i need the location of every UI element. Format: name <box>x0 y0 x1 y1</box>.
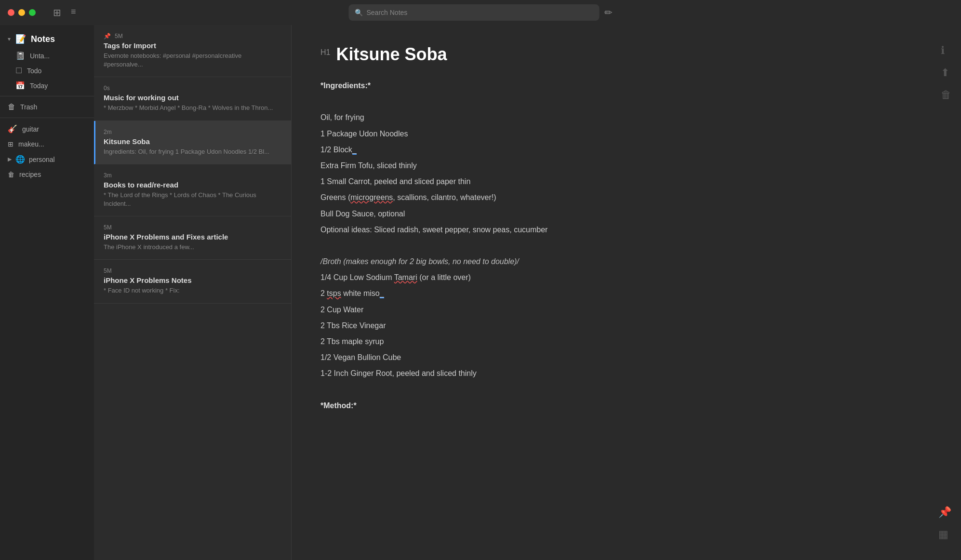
note-time: 5M <box>104 224 112 231</box>
sidebar-item-guitar-label: guitar <box>22 125 39 133</box>
note-title: iPhone X Problems and Fixes article <box>104 233 281 241</box>
personal-icon: 🌐 <box>15 155 25 164</box>
sidebar-item-today[interactable]: 📅 Today <box>0 78 94 93</box>
note-item-iphonex[interactable]: 5M iPhone X Problems and Fixes article T… <box>94 216 291 260</box>
sidebar-notes-title: Notes <box>31 34 55 44</box>
minimize-button[interactable] <box>18 9 25 16</box>
sidebar-item-guitar[interactable]: 🎸 guitar <box>0 121 94 137</box>
pin-icon: 📌 <box>104 33 111 40</box>
squiggly-tsps: tsps <box>327 289 341 297</box>
broth-5: 2 Tbs maple syrup <box>320 335 932 348</box>
broth-2: 2 tsps white miso_ <box>320 287 932 300</box>
grid-icon[interactable]: ⊞ <box>53 7 61 18</box>
makeup-icon: ⊞ <box>8 140 13 148</box>
ingredient-8: Optional ideas: Sliced radish, sweet pep… <box>320 223 932 236</box>
filter-icon[interactable]: ≡ <box>71 7 76 18</box>
sidebar-item-trash-label: Trash <box>20 103 37 111</box>
note-preview: Evernote notebooks: #personal #personalc… <box>104 52 281 69</box>
sidebar-item-recipes[interactable]: 🗑 recipes <box>0 167 94 182</box>
note-preview: * Merzbow * Morbid Angel * Bong-Ra * Wol… <box>104 104 281 112</box>
expand-arrow-icon: ▶ <box>8 156 12 162</box>
notebook-icon: 📓 <box>15 51 25 60</box>
search-icon: 🔍 <box>355 9 363 16</box>
note-item-iphonexnotes[interactable]: 5M iPhone X Problems Notes * Face ID not… <box>94 260 291 303</box>
right-toolbar-bottom: 📌 ▦ <box>938 506 951 541</box>
calendar-icon: 📅 <box>15 81 25 90</box>
broth-label: /Broth (makes enough for 2 big bowls, no… <box>320 255 932 268</box>
spacer3 <box>320 383 932 396</box>
note-time: 2m <box>104 129 112 135</box>
ingredient-7: Bull Dog Sauce, optional <box>320 207 932 220</box>
info-icon[interactable]: ℹ <box>941 44 951 57</box>
sidebar-item-trash[interactable]: 🗑 Trash <box>0 99 94 115</box>
ingredient-1: Oil, for frying <box>320 111 932 124</box>
broth-1: 1/4 Cup Low Sodium Tamari (or a little o… <box>320 271 932 284</box>
search-area: 🔍 Search Notes ✏ <box>349 4 613 21</box>
traffic-lights <box>8 9 36 16</box>
recipes-icon: 🗑 <box>8 171 14 178</box>
note-editor[interactable]: ℹ ⬆ 🗑 📌 ▦ H1 Kitsune Soba *Ingredients:*… <box>292 25 961 560</box>
toolbar-icons: ⊞ ≡ <box>53 7 76 18</box>
method-label: *Method:* <box>320 399 932 412</box>
compose-icon[interactable]: ✏ <box>604 7 613 18</box>
ingredient-3: 1/2 Block_ <box>320 143 932 156</box>
chevron-down-icon: ▾ <box>8 36 11 42</box>
note-preview: * Face ID not working * Fix: <box>104 286 281 295</box>
sidebar-item-today-label: Today <box>30 82 48 90</box>
title-bar: ⊞ ≡ 🔍 Search Notes ✏ <box>0 0 961 25</box>
note-title: Music for working out <box>104 93 281 102</box>
note-preview: The iPhone X introduced a few... <box>104 243 281 252</box>
sidebar-item-recipes-label: recipes <box>19 171 41 178</box>
sidebar-item-untitled-label: Unta... <box>30 52 50 60</box>
note-item-kitsune[interactable]: 2m Kitsune Soba Ingredients: Oil, for fr… <box>94 121 291 164</box>
sidebar-item-personal-label: personal <box>29 156 55 163</box>
sidebar-item-personal[interactable]: ▶ 🌐 personal <box>0 151 94 167</box>
note-time: 0s <box>104 85 110 92</box>
h1-indicator: H1 <box>320 48 330 57</box>
broth-7: 1-2 Inch Ginger Root, peeled and sliced … <box>320 367 932 380</box>
sidebar: ▾ 📝 Notes 📓 Unta... ☐ Todo 📅 Today 🗑 Tra… <box>0 25 94 560</box>
sidebar-item-makeup-label: makeu... <box>18 140 44 148</box>
note-meta: 📌 5M <box>104 33 281 40</box>
note-content[interactable]: *Ingredients:* Oil, for frying 1 Package… <box>320 79 932 412</box>
main-layout: ▾ 📝 Notes 📓 Unta... ☐ Todo 📅 Today 🗑 Tra… <box>0 25 961 560</box>
maximize-button[interactable] <box>29 9 36 16</box>
note-item-music[interactable]: 0s Music for working out * Merzbow * Mor… <box>94 77 291 120</box>
ingredient-2: 1 Package Udon Noodles <box>320 127 932 140</box>
ingredients-label: *Ingredients:* <box>320 79 932 92</box>
sidebar-item-untitled[interactable]: 📓 Unta... <box>0 48 94 63</box>
editor-header: H1 Kitsune Soba <box>320 44 932 65</box>
ingredient-6: Greens (microgreens, scallions, cilantro… <box>320 191 932 204</box>
delete-icon[interactable]: 🗑 <box>941 89 951 101</box>
note-item-books[interactable]: 3m Books to read/re-read * The Lord of t… <box>94 164 291 216</box>
sidebar-item-makeup[interactable]: ⊞ makeu... <box>0 137 94 151</box>
note-time: 5M <box>104 267 112 274</box>
sidebar-item-todo-label: Todo <box>27 67 41 75</box>
note-item-tags[interactable]: 📌 5M Tags for Import Evernote notebooks:… <box>94 25 291 77</box>
sidebar-item-todo[interactable]: ☐ Todo <box>0 63 94 78</box>
close-button[interactable] <box>8 9 14 16</box>
spacer <box>320 95 932 108</box>
share-icon[interactable]: ⬆ <box>941 67 951 79</box>
sidebar-notes-header[interactable]: ▾ 📝 Notes <box>0 30 94 48</box>
note-title: Kitsune Soba <box>104 137 281 146</box>
notes-list[interactable]: 📌 5M Tags for Import Evernote notebooks:… <box>94 25 292 560</box>
broth-6: 1/2 Vegan Bullion Cube <box>320 351 932 364</box>
broth-3: 2 Cup Water <box>320 303 932 316</box>
note-title: iPhone X Problems Notes <box>104 276 281 284</box>
squiggly-microgreens: microgreens <box>350 193 393 201</box>
note-meta: 5M <box>104 267 281 274</box>
squiggly-tamari: Tamari <box>394 273 417 281</box>
search-bar[interactable]: 🔍 Search Notes <box>349 4 600 21</box>
notes-icon: 📝 <box>15 34 26 44</box>
note-meta: 5M <box>104 224 281 231</box>
note-main-title: Kitsune Soba <box>336 44 447 65</box>
ingredient-4: Extra Firm Tofu, sliced thinly <box>320 159 932 172</box>
note-time: 5M <box>115 33 123 40</box>
note-title: Tags for Import <box>104 41 281 50</box>
guitar-icon: 🎸 <box>8 124 17 133</box>
note-meta: 3m <box>104 172 281 179</box>
gallery-icon[interactable]: ▦ <box>938 528 951 541</box>
todo-icon: ☐ <box>15 66 22 75</box>
pin-bottom-icon[interactable]: 📌 <box>938 506 951 519</box>
